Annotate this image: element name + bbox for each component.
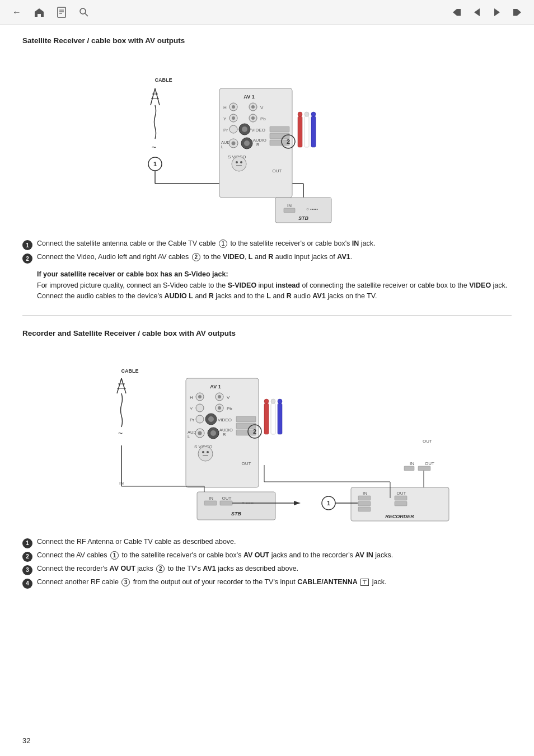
svg-text:AUDIO: AUDIO [219, 428, 233, 433]
section1-bullet2-text: Connect the Video, Audio left and right … [37, 253, 352, 261]
search-button[interactable] [76, 4, 92, 20]
section1-note-line2: Connect the audio cables to the device's… [37, 291, 512, 302]
svg-point-112 [207, 451, 209, 453]
back-button[interactable]: ← [9, 4, 25, 20]
svg-point-110 [198, 447, 213, 461]
svg-text:IN: IN [287, 203, 292, 208]
svg-text:AV 1: AV 1 [210, 384, 221, 389]
svg-text:OUT: OUT [425, 461, 434, 466]
svg-text:Y: Y [190, 406, 193, 411]
svg-point-65 [305, 112, 309, 116]
svg-rect-62 [305, 116, 309, 147]
svg-line-5 [85, 13, 88, 16]
svg-text:~: ~ [152, 143, 156, 152]
ref-circle-s2-1: 1 [110, 551, 119, 560]
svg-line-74 [121, 378, 126, 393]
svg-text:AUDIO: AUDIO [253, 138, 266, 143]
svg-rect-11 [513, 9, 517, 16]
svg-text:OUT: OUT [397, 491, 406, 496]
ref-circle-2a: 2 [192, 253, 200, 261]
diagram1: CABLE ~ 1 AV 1 [110, 55, 424, 228]
svg-rect-70 [284, 208, 295, 213]
skip-forward-button[interactable] [509, 4, 525, 20]
svg-text:R: R [256, 142, 260, 147]
svg-point-64 [298, 112, 302, 116]
section1-title: Satellite Receiver / cable box with AV o… [22, 36, 512, 45]
next-button[interactable] [489, 4, 505, 20]
toolbar: ← [0, 0, 534, 25]
section2-bullet3-text: Connect the recorder's AV OUT jacks 2 to… [37, 565, 298, 573]
svg-point-48 [232, 142, 236, 145]
svg-text:○ •••••: ○ ••••• [306, 206, 318, 212]
svg-text:Pb: Pb [260, 116, 266, 121]
svg-point-84 [218, 395, 221, 398]
svg-point-87 [196, 404, 204, 412]
svg-rect-140 [395, 501, 407, 506]
svg-point-82 [198, 395, 202, 398]
svg-text:VIDEO: VIDEO [251, 128, 265, 133]
svg-text:H: H [223, 105, 227, 110]
section1-bullet2: 2 Connect the Video, Audio left and righ… [22, 253, 512, 264]
svg-text:R: R [223, 432, 226, 437]
diagram1-container: CABLE ~ 1 AV 1 [22, 55, 512, 228]
section2-bullet1: 1 Connect the RF Antenna or Cable TV cab… [22, 538, 512, 548]
ref-circle-s2-3: 3 [121, 578, 130, 586]
svg-rect-115 [264, 403, 269, 434]
svg-point-104 [210, 430, 216, 436]
bullet-icon-s2-3: 3 [22, 565, 32, 575]
svg-line-13 [151, 88, 155, 105]
svg-text:~: ~ [118, 429, 123, 438]
svg-point-33 [232, 116, 235, 120]
svg-point-66 [311, 112, 316, 116]
svg-marker-8 [474, 8, 480, 16]
svg-point-50 [244, 140, 250, 146]
svg-point-119 [271, 399, 275, 403]
svg-line-14 [155, 88, 160, 105]
svg-point-27 [232, 105, 235, 109]
svg-rect-137 [358, 507, 371, 511]
svg-rect-135 [358, 496, 371, 500]
svg-marker-6 [453, 9, 457, 16]
svg-text:CABLE: CABLE [155, 77, 172, 83]
home-button[interactable] [31, 4, 47, 20]
toolbar-right [449, 4, 525, 20]
svg-rect-139 [395, 496, 407, 500]
section2-title: Recorder and Satellite Receiver / cable … [22, 329, 512, 337]
skip-back-button[interactable] [449, 4, 465, 20]
diagram2-container: CABLE ~ AV 1 H V Y [22, 348, 512, 527]
section2-bullets: 1 Connect the RF Antenna or Cable TV cab… [22, 538, 512, 589]
svg-text:1: 1 [153, 161, 157, 167]
svg-rect-136 [358, 501, 371, 506]
svg-text:OUT: OUT [242, 461, 251, 466]
svg-text:STB: STB [231, 511, 242, 516]
bullet-icon-s2-4: 4 [22, 579, 32, 589]
svg-text:2: 2 [253, 428, 256, 435]
svg-point-40 [242, 126, 247, 132]
section1-note-title: If your satellite receiver or cable box … [37, 270, 512, 278]
svg-text:IN: IN [209, 496, 213, 501]
svg-text:2: 2 [287, 138, 290, 145]
svg-text:IN: IN [410, 461, 414, 466]
svg-point-89 [218, 406, 221, 410]
svg-rect-61 [298, 116, 302, 147]
page-number: 32 [22, 736, 30, 745]
section1-bullet1: 1 Connect the satellite antenna cable or… [22, 240, 512, 250]
main-content: Satellite Receiver / cable box with AV o… [0, 25, 534, 614]
svg-text:OUT: OUT [273, 168, 282, 173]
svg-text:1: 1 [327, 500, 330, 506]
section1-note-line1: For improved picture quality, connect an… [37, 280, 512, 291]
section2-bullet3: 3 Connect the recorder's AV OUT jacks 2 … [22, 565, 512, 575]
svg-point-111 [202, 451, 204, 453]
svg-rect-126 [204, 501, 217, 505]
doc-button[interactable] [54, 4, 69, 20]
svg-point-4 [80, 8, 86, 14]
svg-text:V: V [260, 105, 264, 110]
svg-point-58 [240, 161, 242, 163]
svg-rect-117 [278, 403, 282, 434]
svg-text:VIDEO: VIDEO [218, 417, 232, 422]
svg-rect-42 [270, 126, 289, 132]
prev-button[interactable] [469, 4, 485, 20]
section1: Satellite Receiver / cable box with AV o… [22, 36, 512, 302]
svg-rect-152 [404, 466, 414, 471]
svg-rect-0 [58, 7, 65, 17]
